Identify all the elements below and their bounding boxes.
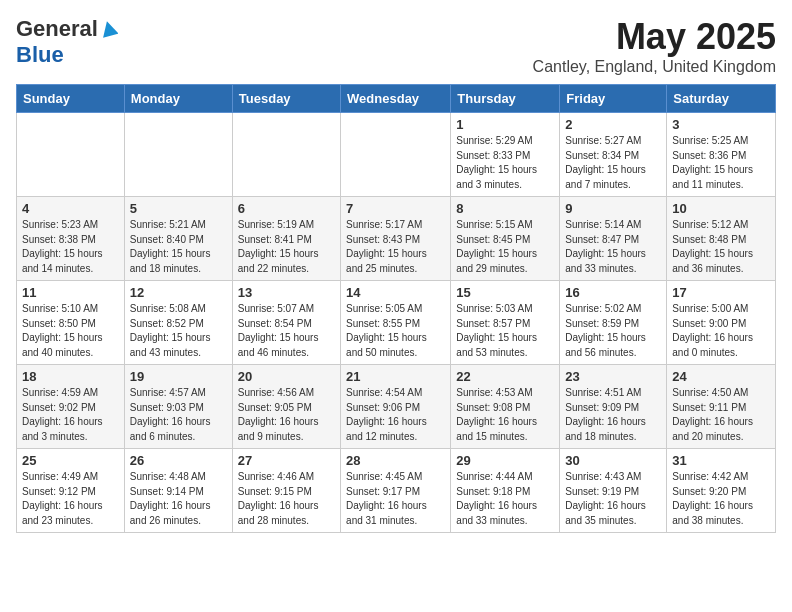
calendar-cell: 9Sunrise: 5:14 AM Sunset: 8:47 PM Daylig… <box>560 197 667 281</box>
day-number: 13 <box>238 285 335 300</box>
day-info: Sunrise: 5:12 AM Sunset: 8:48 PM Dayligh… <box>672 218 770 276</box>
calendar-cell <box>17 113 125 197</box>
day-info: Sunrise: 5:14 AM Sunset: 8:47 PM Dayligh… <box>565 218 661 276</box>
day-number: 6 <box>238 201 335 216</box>
day-info: Sunrise: 5:21 AM Sunset: 8:40 PM Dayligh… <box>130 218 227 276</box>
page-header: General Blue May 2025 Cantley, England, … <box>16 16 776 76</box>
week-row-2: 4Sunrise: 5:23 AM Sunset: 8:38 PM Daylig… <box>17 197 776 281</box>
calendar-cell: 10Sunrise: 5:12 AM Sunset: 8:48 PM Dayli… <box>667 197 776 281</box>
calendar-cell: 6Sunrise: 5:19 AM Sunset: 8:41 PM Daylig… <box>232 197 340 281</box>
day-info: Sunrise: 4:56 AM Sunset: 9:05 PM Dayligh… <box>238 386 335 444</box>
day-info: Sunrise: 5:23 AM Sunset: 8:38 PM Dayligh… <box>22 218 119 276</box>
day-number: 7 <box>346 201 445 216</box>
logo-general-text: General <box>16 16 98 42</box>
calendar-cell: 2Sunrise: 5:27 AM Sunset: 8:34 PM Daylig… <box>560 113 667 197</box>
day-number: 30 <box>565 453 661 468</box>
day-info: Sunrise: 5:19 AM Sunset: 8:41 PM Dayligh… <box>238 218 335 276</box>
day-number: 19 <box>130 369 227 384</box>
day-number: 31 <box>672 453 770 468</box>
calendar-cell: 29Sunrise: 4:44 AM Sunset: 9:18 PM Dayli… <box>451 449 560 533</box>
day-info: Sunrise: 5:17 AM Sunset: 8:43 PM Dayligh… <box>346 218 445 276</box>
day-info: Sunrise: 4:44 AM Sunset: 9:18 PM Dayligh… <box>456 470 554 528</box>
day-number: 22 <box>456 369 554 384</box>
calendar-cell: 3Sunrise: 5:25 AM Sunset: 8:36 PM Daylig… <box>667 113 776 197</box>
day-number: 23 <box>565 369 661 384</box>
weekday-header-row: SundayMondayTuesdayWednesdayThursdayFrid… <box>17 85 776 113</box>
weekday-header-sunday: Sunday <box>17 85 125 113</box>
day-info: Sunrise: 5:25 AM Sunset: 8:36 PM Dayligh… <box>672 134 770 192</box>
calendar-location: Cantley, England, United Kingdom <box>533 58 776 76</box>
day-info: Sunrise: 4:42 AM Sunset: 9:20 PM Dayligh… <box>672 470 770 528</box>
day-number: 29 <box>456 453 554 468</box>
calendar-cell: 30Sunrise: 4:43 AM Sunset: 9:19 PM Dayli… <box>560 449 667 533</box>
calendar-cell: 24Sunrise: 4:50 AM Sunset: 9:11 PM Dayli… <box>667 365 776 449</box>
day-number: 12 <box>130 285 227 300</box>
day-info: Sunrise: 5:10 AM Sunset: 8:50 PM Dayligh… <box>22 302 119 360</box>
week-row-5: 25Sunrise: 4:49 AM Sunset: 9:12 PM Dayli… <box>17 449 776 533</box>
calendar-cell: 16Sunrise: 5:02 AM Sunset: 8:59 PM Dayli… <box>560 281 667 365</box>
day-number: 27 <box>238 453 335 468</box>
calendar-cell: 1Sunrise: 5:29 AM Sunset: 8:33 PM Daylig… <box>451 113 560 197</box>
calendar-cell: 4Sunrise: 5:23 AM Sunset: 8:38 PM Daylig… <box>17 197 125 281</box>
day-number: 24 <box>672 369 770 384</box>
day-info: Sunrise: 4:43 AM Sunset: 9:19 PM Dayligh… <box>565 470 661 528</box>
calendar-cell: 11Sunrise: 5:10 AM Sunset: 8:50 PM Dayli… <box>17 281 125 365</box>
weekday-header-thursday: Thursday <box>451 85 560 113</box>
day-number: 11 <box>22 285 119 300</box>
day-info: Sunrise: 5:08 AM Sunset: 8:52 PM Dayligh… <box>130 302 227 360</box>
day-number: 16 <box>565 285 661 300</box>
day-number: 25 <box>22 453 119 468</box>
day-info: Sunrise: 4:46 AM Sunset: 9:15 PM Dayligh… <box>238 470 335 528</box>
day-info: Sunrise: 5:27 AM Sunset: 8:34 PM Dayligh… <box>565 134 661 192</box>
day-info: Sunrise: 5:00 AM Sunset: 9:00 PM Dayligh… <box>672 302 770 360</box>
day-number: 20 <box>238 369 335 384</box>
calendar-cell: 28Sunrise: 4:45 AM Sunset: 9:17 PM Dayli… <box>341 449 451 533</box>
calendar-cell: 23Sunrise: 4:51 AM Sunset: 9:09 PM Dayli… <box>560 365 667 449</box>
day-number: 28 <box>346 453 445 468</box>
week-row-4: 18Sunrise: 4:59 AM Sunset: 9:02 PM Dayli… <box>17 365 776 449</box>
day-number: 4 <box>22 201 119 216</box>
logo-blue-text: Blue <box>16 42 64 67</box>
day-number: 26 <box>130 453 227 468</box>
day-info: Sunrise: 4:54 AM Sunset: 9:06 PM Dayligh… <box>346 386 445 444</box>
day-info: Sunrise: 5:07 AM Sunset: 8:54 PM Dayligh… <box>238 302 335 360</box>
day-number: 14 <box>346 285 445 300</box>
day-info: Sunrise: 4:57 AM Sunset: 9:03 PM Dayligh… <box>130 386 227 444</box>
week-row-1: 1Sunrise: 5:29 AM Sunset: 8:33 PM Daylig… <box>17 113 776 197</box>
weekday-header-wednesday: Wednesday <box>341 85 451 113</box>
calendar-cell: 8Sunrise: 5:15 AM Sunset: 8:45 PM Daylig… <box>451 197 560 281</box>
title-block: May 2025 Cantley, England, United Kingdo… <box>533 16 776 76</box>
day-number: 3 <box>672 117 770 132</box>
calendar-cell: 20Sunrise: 4:56 AM Sunset: 9:05 PM Dayli… <box>232 365 340 449</box>
day-info: Sunrise: 4:51 AM Sunset: 9:09 PM Dayligh… <box>565 386 661 444</box>
calendar-cell: 25Sunrise: 4:49 AM Sunset: 9:12 PM Dayli… <box>17 449 125 533</box>
calendar-cell <box>232 113 340 197</box>
day-number: 15 <box>456 285 554 300</box>
calendar-cell: 14Sunrise: 5:05 AM Sunset: 8:55 PM Dayli… <box>341 281 451 365</box>
day-number: 2 <box>565 117 661 132</box>
day-number: 8 <box>456 201 554 216</box>
calendar-cell: 31Sunrise: 4:42 AM Sunset: 9:20 PM Dayli… <box>667 449 776 533</box>
day-info: Sunrise: 4:49 AM Sunset: 9:12 PM Dayligh… <box>22 470 119 528</box>
day-info: Sunrise: 4:50 AM Sunset: 9:11 PM Dayligh… <box>672 386 770 444</box>
day-info: Sunrise: 5:29 AM Sunset: 8:33 PM Dayligh… <box>456 134 554 192</box>
day-info: Sunrise: 4:45 AM Sunset: 9:17 PM Dayligh… <box>346 470 445 528</box>
day-info: Sunrise: 5:15 AM Sunset: 8:45 PM Dayligh… <box>456 218 554 276</box>
day-number: 1 <box>456 117 554 132</box>
calendar-table: SundayMondayTuesdayWednesdayThursdayFrid… <box>16 84 776 533</box>
calendar-cell: 12Sunrise: 5:08 AM Sunset: 8:52 PM Dayli… <box>124 281 232 365</box>
day-info: Sunrise: 5:03 AM Sunset: 8:57 PM Dayligh… <box>456 302 554 360</box>
day-info: Sunrise: 4:53 AM Sunset: 9:08 PM Dayligh… <box>456 386 554 444</box>
svg-marker-0 <box>100 20 118 38</box>
calendar-cell: 21Sunrise: 4:54 AM Sunset: 9:06 PM Dayli… <box>341 365 451 449</box>
day-number: 21 <box>346 369 445 384</box>
day-info: Sunrise: 5:05 AM Sunset: 8:55 PM Dayligh… <box>346 302 445 360</box>
calendar-cell: 19Sunrise: 4:57 AM Sunset: 9:03 PM Dayli… <box>124 365 232 449</box>
weekday-header-tuesday: Tuesday <box>232 85 340 113</box>
calendar-cell: 5Sunrise: 5:21 AM Sunset: 8:40 PM Daylig… <box>124 197 232 281</box>
calendar-cell: 7Sunrise: 5:17 AM Sunset: 8:43 PM Daylig… <box>341 197 451 281</box>
calendar-cell: 26Sunrise: 4:48 AM Sunset: 9:14 PM Dayli… <box>124 449 232 533</box>
calendar-cell: 15Sunrise: 5:03 AM Sunset: 8:57 PM Dayli… <box>451 281 560 365</box>
day-info: Sunrise: 5:02 AM Sunset: 8:59 PM Dayligh… <box>565 302 661 360</box>
calendar-cell: 18Sunrise: 4:59 AM Sunset: 9:02 PM Dayli… <box>17 365 125 449</box>
